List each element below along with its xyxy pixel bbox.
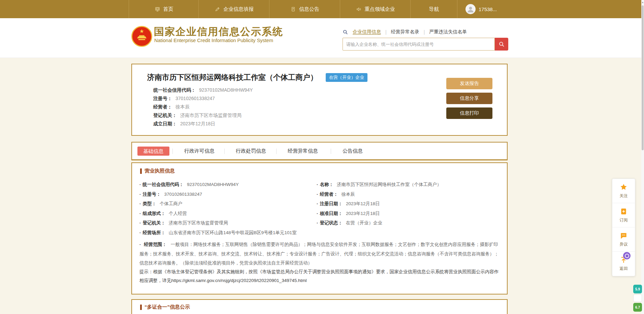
license-notice: 提示：根据《市场主体登记管理条例》及其实施细则，按照《市场监管总局办公厅关于调整… [139,268,499,285]
chat-bubble-icon [620,232,627,240]
company-summary-card: 济南市历下区恒邦运网络科技工作室（个体工商户） 在营（开业）企业 统一社会信用代… [131,64,508,136]
nav-item-label: 企业信息填报 [223,6,254,12]
pen-icon [215,6,220,12]
company-name: 济南市历下区恒邦运网络科技工作室（个体工商户） [147,72,318,83]
site-title: 国家企业信用信息公示系统 [154,25,283,39]
score-badge-bottom: 6.7 [633,303,642,312]
search-tab-credit-info[interactable]: 企业信用信息 [353,29,381,35]
section-title: 营业执照信息 [144,168,175,174]
section-title: “多证合一”信息公示 [144,304,190,310]
score-overlay: 5.9 6.7 [633,285,642,313]
site-header: ★ 国家企业信用信息公示系统 National Enterprise Credi… [0,18,644,58]
nav-item-navigation[interactable]: 导航 [410,0,457,18]
field-row: 组成形式：个人经营 [139,209,315,219]
search-tab-abnormal-list[interactable]: 经营异常名录 [391,29,419,35]
company-row: 登记机关：济南市历下区市场监督管理局 [153,111,253,120]
company-row: 统一社会信用代码：92370102MAD8HHW94Y [153,86,253,94]
field-row: 经营场所：山东省济南市历下区环山路148号中联花园B区9号楼1单元101室 [139,228,315,238]
business-scope-row: 经营范围：一般项目：网络技术服务；互联网销售（除销售需要许可的商品）；网络与信息… [139,240,499,268]
tab-admin-penalty[interactable]: 行政处罚信息 [227,148,275,154]
score-badge-top: 5.9 [633,285,642,293]
follow-button[interactable]: 关注 [612,179,635,203]
multi-cert-card: “多证合一”信息公示 [131,299,508,314]
tab-separator: | [385,29,387,35]
license-fields-left: 统一社会信用代码：92370102MAD8HHW94Y 注册号：37010260… [139,180,315,238]
site-subtitle: National Enterprise Credit Information P… [154,38,273,43]
share-info-button[interactable]: 信息分享 [446,93,492,104]
nav-item-report[interactable]: 企业信息填报 [198,0,269,18]
business-license-card: 营业执照信息 统一社会信用代码：92370102MAD8HHW94Y 注册号：3… [131,162,508,294]
tab-basic-info[interactable]: 基础信息 [137,147,169,156]
nav-item-home[interactable]: 首页 [129,0,199,18]
tab-admin-license[interactable]: 行政许可信息 [176,148,223,154]
company-info-rows: 统一社会信用代码：92370102MAD8HHW94Y 注册号：37010260… [153,86,253,128]
star-icon [620,183,627,191]
top-navbar: 首页 企业信息填报 信息公告 重点领域企业 导航 17538... [0,0,644,18]
field-row: 经营者：徐本辰 [317,190,500,199]
field-row: 注册日期：2023年12月18日 [317,199,500,209]
field-row: 核准日期：2023年12月18日 [317,209,500,219]
scrollbar-up-arrow[interactable]: ▲ [641,0,644,5]
nav-user-label: 17538... [479,6,497,12]
objection-button[interactable]: 异议 [612,227,635,252]
field-row: 登记状态：在营（开业）企业 [317,218,500,228]
subscribe-plus-icon [620,208,627,215]
send-report-button[interactable]: 发送报告 [446,78,492,89]
field-row: 统一社会信用代码：92370102MAD8HHW94Y [139,180,315,190]
floating-side-toolbar: 关注 订阅 异议 返回 [612,179,635,276]
status-badge: 在营（开业）企业 [326,73,367,82]
field-row: 登记机关：济南市历下区市场监督管理局 [139,218,315,228]
search-category-tabs: 企业信用信息 | 经营异常名录 | 严重违法失信名单 [343,28,467,36]
search-icon [498,41,505,48]
vertical-scrollbar: ▲ [641,0,644,314]
nav-item-bulletin[interactable]: 信息公告 [269,0,340,18]
nav-item-label: 首页 [163,6,173,12]
company-row: 经营者：徐本辰 [153,103,253,111]
tab-abnormal-operation[interactable]: 经营异常信息 [279,148,326,154]
company-row: 注册号：370102601338247 [153,94,253,103]
speaker-icon [356,6,362,12]
field-row: 注册号：370102601338247 [139,190,315,199]
company-row: 成立日期：2023年12月18日 [153,120,253,128]
nav-item-label: 信息公告 [299,6,319,12]
nav-item-key-enterprises[interactable]: 重点领域企业 [340,0,411,18]
business-scope-value: 一般项目：网络技术服务；互联网销售（除销售需要许可的商品）；网络与信息安全软件开… [139,242,499,265]
license-fields-right: 名称：济南市历下区恒邦运网络科技工作室（个体工商户） 经营者：徐本辰 注册日期：… [317,180,500,228]
search-button[interactable] [495,38,508,51]
field-row: 名称：济南市历下区恒邦运网络科技工作室（个体工商户） [317,180,500,190]
field-row: 类型：个体工商户 [139,199,315,209]
tab-announcement[interactable]: 公告信息 [334,148,371,154]
section-header: “多证合一”信息公示 [140,304,190,310]
search-tab-violation-list[interactable]: 严重违法失信名单 [429,29,467,35]
scrollbar-thumb[interactable] [642,5,644,150]
nav-user-account[interactable]: 17538... [457,0,565,18]
bulletin-icon [290,6,296,12]
subscribe-button[interactable]: 订阅 [612,203,635,227]
tab-separator: | [424,29,425,35]
search-icon [343,29,348,35]
print-info-button[interactable]: 信息打印 [446,107,492,119]
nav-item-label: 导航 [429,6,439,12]
extension-badge-icon[interactable] [623,252,631,259]
section-header: 营业执照信息 [140,168,175,174]
national-emblem-logo: ★ [131,26,152,47]
avatar-icon [465,4,476,14]
nav-item-label: 重点领域企业 [365,6,395,12]
detail-tabs-bar: 基础信息 行政许可信息 行政处罚信息 经营异常信息 公告信息 [131,142,508,160]
search-input[interactable] [343,38,495,51]
monitor-icon [155,6,160,12]
score-badge-spacer [633,294,642,302]
